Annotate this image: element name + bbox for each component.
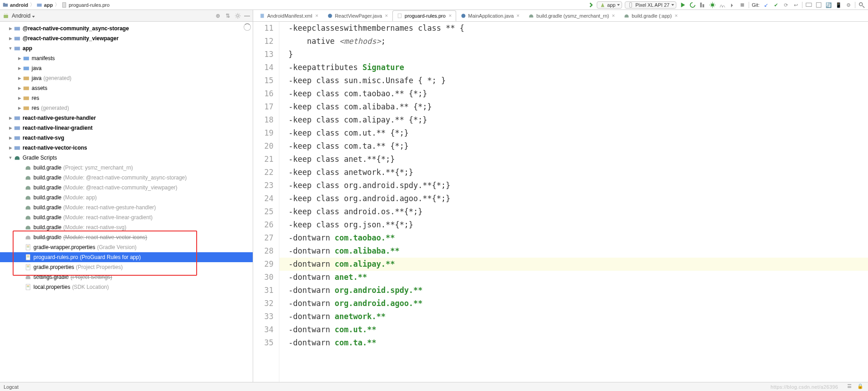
profile-icon[interactable]: [719, 1, 726, 9]
git-revert-icon[interactable]: ↩: [792, 1, 799, 9]
folder-icon: [3, 2, 8, 8]
tree-file[interactable]: gradle-wrapper.properties(Gradle Version…: [0, 242, 253, 252]
tree-folder[interactable]: ▶manifests: [0, 53, 253, 63]
svg-rect-4: [630, 3, 632, 8]
git-history-icon[interactable]: ⟳: [782, 1, 789, 9]
run-icon[interactable]: [679, 1, 686, 9]
event-log-icon[interactable]: ☰: [847, 383, 854, 391]
svg-rect-2: [37, 4, 42, 7]
svg-rect-3: [62, 2, 66, 7]
tree-file[interactable]: build.gradle(Module: @react-native-commu…: [0, 183, 253, 193]
tree-folder[interactable]: ▶res(generated): [0, 103, 253, 113]
editor-content[interactable]: -keepclasseswithmembernames class ** { n…: [279, 22, 868, 382]
tree-module[interactable]: ▶react-native-vector-icons: [0, 143, 253, 153]
svg-point-11: [859, 3, 863, 6]
tree-file-proguard[interactable]: proguard-rules.pro(ProGuard Rules for ap…: [0, 252, 253, 262]
logcat-button[interactable]: Logcat: [4, 384, 19, 390]
svg-rect-33: [27, 266, 29, 266]
svg-rect-17: [24, 67, 29, 71]
tree-file[interactable]: build.gradle(Module: @react-native-commu…: [0, 173, 253, 183]
svg-point-39: [328, 14, 332, 18]
svg-rect-13: [14, 27, 20, 31]
breadcrumb-root[interactable]: android: [10, 2, 28, 8]
settings-gear-icon[interactable]: [234, 12, 241, 19]
svg-rect-9: [806, 3, 811, 7]
tree-file[interactable]: build.gradle(Project: ysmz_merchant_rn): [0, 163, 253, 173]
svg-point-41: [461, 14, 465, 18]
avd-manager-icon[interactable]: [805, 1, 812, 9]
loading-spinner-icon: [244, 24, 251, 31]
sync-icon[interactable]: 🔄: [825, 1, 832, 9]
apply-changes-icon[interactable]: [689, 1, 696, 9]
close-icon[interactable]: ✕: [516, 14, 520, 18]
tree-module[interactable]: ▶react-native-linear-gradient: [0, 123, 253, 133]
close-icon[interactable]: ✕: [612, 14, 615, 18]
svg-rect-30: [27, 256, 29, 256]
tree-file[interactable]: local.properties(SDK Location): [0, 282, 253, 292]
svg-rect-10: [816, 3, 821, 8]
run-config-selector[interactable]: app: [597, 1, 622, 9]
project-tree[interactable]: ▶@react-native-community_async-storage ▶…: [0, 22, 253, 382]
tree-file-excluded[interactable]: build.gradle(Module: react-native-vector…: [0, 232, 253, 242]
tab-gradle[interactable]: build.gradle (ysmz_merchant_rn)✕: [524, 10, 619, 21]
tree-file[interactable]: build.gradle(Module: react-native-svg): [0, 222, 253, 232]
tab-gradle[interactable]: build.gradle (:app)✕: [619, 10, 682, 21]
breadcrumb-app[interactable]: app: [44, 2, 53, 8]
tree-folder[interactable]: ▶res: [0, 93, 253, 103]
tree-folder[interactable]: ▶java(generated): [0, 73, 253, 83]
hide-panel-icon[interactable]: —: [244, 12, 250, 19]
tab-java[interactable]: ReactViewPager.java✕: [323, 10, 392, 21]
project-view-selector[interactable]: Android: [12, 13, 35, 19]
tab-java[interactable]: MainApplication.java✕: [456, 10, 524, 21]
tree-module[interactable]: ▶react-native-svg: [0, 133, 253, 143]
debug-icon[interactable]: [709, 1, 716, 9]
tab-proguard[interactable]: proguard-rules.pro✕: [392, 10, 456, 21]
git-label: Git:: [752, 2, 760, 8]
tree-file[interactable]: build.gradle(Module: app): [0, 193, 253, 203]
tree-module[interactable]: ▶@react-native-community_async-storage: [0, 24, 253, 33]
breadcrumb-sep: 〉: [55, 1, 60, 8]
git-update-icon[interactable]: ↙: [762, 1, 769, 9]
search-icon[interactable]: [858, 1, 865, 9]
tree-gradle-scripts[interactable]: ▼Gradle Scripts: [0, 153, 253, 163]
code-editor[interactable]: 1112131415161718192021222324252627282930…: [253, 22, 868, 382]
svg-rect-1: [3, 3, 5, 4]
close-icon[interactable]: ✕: [675, 14, 678, 18]
tree-file[interactable]: build.gradle(Module: react-native-linear…: [0, 212, 253, 222]
close-icon[interactable]: ✕: [315, 14, 319, 18]
status-bar: Logcat https://blog.csdn.net/a26396 ☰ 🔒: [0, 382, 868, 391]
tree-module[interactable]: ▶react-native-gesture-handler: [0, 113, 253, 123]
svg-rect-28: [27, 247, 29, 247]
filter-icon[interactable]: ⇅: [224, 12, 231, 19]
svg-rect-34: [27, 267, 29, 267]
editor-area: AndroidManifest.xml✕ ReactViewPager.java…: [253, 10, 868, 382]
tree-file-excluded[interactable]: settings.gradle(Project Settings): [0, 272, 253, 282]
svg-rect-20: [24, 97, 29, 100]
git-commit-icon[interactable]: ✔: [772, 1, 779, 9]
tree-folder[interactable]: ▶assets: [0, 83, 253, 93]
device-selector[interactable]: Pixel XL API 27: [625, 1, 676, 9]
watermark-text: https://blog.csdn.net/a26396: [771, 384, 838, 390]
target-icon[interactable]: ⊕: [214, 12, 222, 19]
sdk-manager-icon[interactable]: [815, 1, 822, 9]
device-manager-icon[interactable]: 📱: [835, 1, 842, 9]
tree-module-app[interactable]: ▼app: [0, 43, 253, 53]
tree-file[interactable]: build.gradle(Module: react-native-gestur…: [0, 203, 253, 212]
lock-icon[interactable]: 🔒: [857, 383, 864, 391]
tree-file[interactable]: gradle.properties(Project Properties): [0, 262, 253, 272]
breadcrumb-file[interactable]: proguard-rules.pro: [69, 2, 110, 8]
tab-manifest[interactable]: AndroidManifest.xml✕: [255, 10, 323, 21]
svg-rect-19: [24, 87, 29, 90]
stop-icon[interactable]: [739, 1, 746, 9]
svg-rect-22: [14, 117, 20, 120]
close-icon[interactable]: ✕: [448, 14, 452, 18]
gradle-file-icon: [623, 13, 630, 19]
tree-module[interactable]: ▶@react-native-community_viewpager: [0, 33, 253, 43]
structure-icon[interactable]: ⚙: [845, 1, 852, 9]
java-class-icon: [327, 13, 333, 19]
close-icon[interactable]: ✕: [385, 14, 388, 18]
tree-folder[interactable]: ▶java: [0, 63, 253, 73]
coverage-icon[interactable]: [699, 1, 706, 9]
attach-debugger-icon[interactable]: ⏵: [729, 1, 736, 9]
build-icon[interactable]: [587, 1, 594, 9]
